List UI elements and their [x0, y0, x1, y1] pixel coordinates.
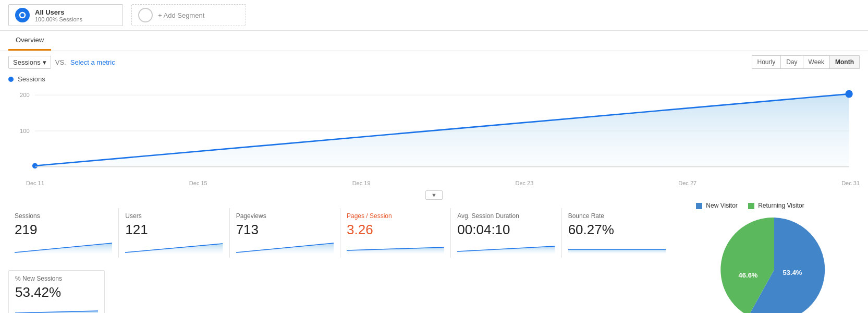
segment-title: All Users	[35, 8, 82, 16]
chart-controls: Sessions ▾ VS. Select a metric Hourly Da…	[0, 51, 868, 73]
segment-info: All Users 100.00% Sessions	[35, 8, 82, 22]
pie-chart-section: New Visitor Returning Visitor 53.4% 46.6…	[686, 202, 863, 313]
chart-controls-left: Sessions ▾ VS. Select a metric	[8, 56, 115, 69]
metric-bounce-rate: Bounce Rate 60.27%	[562, 208, 672, 258]
segment-circle-primary	[15, 8, 30, 22]
chart-start-dot	[32, 163, 38, 168]
metric-sessions-chart	[15, 241, 112, 254]
metric-new-sessions-value: 53.42%	[15, 284, 98, 300]
add-segment-circle	[138, 8, 153, 22]
main-chart-area: 200 100	[0, 84, 868, 178]
returning-visitor-legend: Returning Visitor	[748, 202, 804, 209]
sessions-legend-dot	[8, 77, 14, 82]
metric-pages-session-chart	[347, 241, 444, 254]
metric-bounce-rate-label: Bounce Rate	[568, 212, 666, 220]
new-visitor-pct-label: 53.4%	[783, 269, 802, 276]
svg-text:100: 100	[20, 128, 30, 134]
sessions-dropdown[interactable]: Sessions ▾	[8, 56, 51, 69]
metric-users: Users 121	[119, 208, 229, 258]
time-btn-week[interactable]: Week	[803, 55, 830, 69]
metric-users-value: 121	[125, 222, 223, 238]
time-btn-month[interactable]: Month	[829, 55, 860, 69]
metric-users-label: Users	[125, 212, 223, 220]
metric-avg-session-label: Avg. Session Duration	[457, 212, 555, 220]
chart-x-labels: Dec 11 Dec 15 Dec 19 Dec 23 Dec 27 Dec 3…	[0, 178, 868, 188]
metric-sessions: Sessions 219	[8, 208, 119, 258]
metric-users-chart	[125, 241, 223, 254]
svg-marker-13	[347, 247, 444, 254]
collapse-button-wrapper: ▼	[0, 188, 868, 202]
metric-new-sessions: % New Sessions 53.42%	[8, 270, 105, 313]
overview-tab-bar: Overview	[0, 31, 868, 51]
svg-marker-17	[568, 249, 666, 254]
metric-avg-session: Avg. Session Duration 00:04:10	[451, 208, 561, 258]
time-btn-hourly[interactable]: Hourly	[752, 55, 781, 69]
time-btn-day[interactable]: Day	[780, 55, 803, 69]
dropdown-arrow-icon: ▾	[43, 58, 46, 66]
metric-pages-session: Pages / Session 3.26	[340, 208, 451, 258]
returning-visitor-pct-label: 46.6%	[739, 271, 758, 279]
sessions-legend-label: Sessions	[18, 75, 45, 83]
chart-end-dot	[845, 90, 852, 98]
metrics-row-1: Sessions 219 Users 121	[0, 202, 680, 258]
time-buttons: Hourly Day Week Month	[752, 55, 860, 69]
metric-avg-session-chart	[457, 241, 555, 254]
svg-point-0	[20, 13, 25, 18]
select-metric[interactable]: Select a metric	[70, 58, 115, 66]
x-label-dec31: Dec 31	[841, 180, 860, 186]
metric-avg-session-value: 00:04:10	[457, 222, 555, 238]
metric-new-sessions-label: % New Sessions	[15, 275, 98, 282]
metric-pageviews-chart	[236, 241, 334, 254]
pie-svg: 53.4% 46.6%	[717, 212, 832, 313]
metric-pages-session-label: Pages / Session	[347, 212, 444, 220]
collapse-button[interactable]: ▼	[425, 190, 443, 200]
new-visitor-color	[696, 203, 702, 209]
new-visitor-legend: New Visitor	[696, 202, 738, 209]
x-label-dec11: Dec 11	[26, 180, 44, 186]
segment-subtitle: 100.00% Sessions	[35, 16, 82, 22]
bottom-section: New Visitor Returning Visitor 53.4% 46.6…	[0, 202, 868, 313]
top-bar: All Users 100.00% Sessions + Add Segment	[0, 0, 868, 31]
metric-pageviews-value: 713	[236, 222, 334, 238]
new-visitor-label: New Visitor	[706, 202, 737, 209]
metric-bounce-rate-value: 60.27%	[568, 222, 666, 238]
primary-segment[interactable]: All Users 100.00% Sessions	[8, 4, 123, 26]
metric-bounce-rate-chart	[568, 241, 666, 254]
metric-pageviews-label: Pageviews	[236, 212, 334, 220]
vs-label: VS.	[55, 58, 66, 66]
x-label-dec27: Dec 27	[678, 180, 696, 186]
x-label-dec23: Dec 23	[515, 180, 533, 186]
sessions-label: Sessions	[13, 58, 41, 66]
chart-legend: Sessions	[0, 73, 868, 84]
metric-sessions-value: 219	[15, 222, 112, 238]
x-label-dec19: Dec 19	[352, 180, 371, 186]
add-segment-box[interactable]: + Add Segment	[131, 4, 246, 26]
returning-visitor-label: Returning Visitor	[758, 202, 804, 209]
metrics-row-2: % New Sessions 53.42%	[0, 264, 680, 313]
returning-visitor-color	[748, 203, 754, 209]
metric-pageviews: Pageviews 713	[230, 208, 340, 258]
x-label-dec15: Dec 15	[189, 180, 207, 186]
metric-sessions-label: Sessions	[15, 212, 112, 220]
add-segment-label: + Add Segment	[158, 11, 204, 19]
metric-new-sessions-chart	[15, 304, 98, 313]
tab-overview[interactable]: Overview	[8, 31, 51, 51]
metric-pages-session-value: 3.26	[347, 222, 444, 238]
main-chart-svg: 200 100	[8, 84, 860, 178]
svg-text:200: 200	[20, 92, 30, 98]
pie-legend: New Visitor Returning Visitor	[686, 202, 804, 209]
